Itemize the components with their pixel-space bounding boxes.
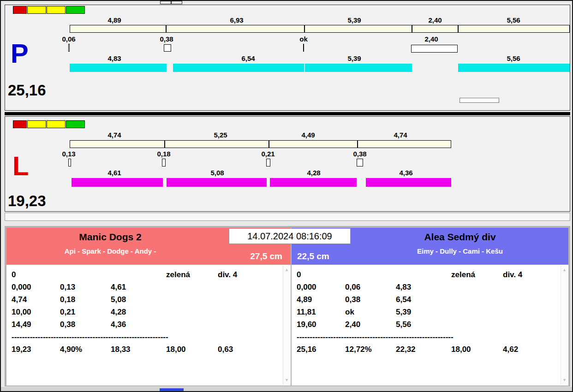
timestamp: 14.07.2024 08:16:09: [229, 228, 351, 244]
penalty-cell: 0: [297, 268, 345, 281]
dog-run-bar: [270, 178, 357, 187]
changeover-time-label: 0,13: [62, 150, 75, 158]
penalty-cell: 0: [12, 268, 60, 281]
dog-run-bar: [72, 178, 163, 187]
changeover-marker: [266, 159, 270, 166]
scroll-up-icon[interactable]: ▲: [561, 268, 568, 272]
dog-time-label: 4,61: [107, 169, 121, 177]
scroll-down-icon[interactable]: ▼: [283, 378, 290, 382]
changeover-marker: [68, 44, 70, 52]
left-results-table: 0 zelená div. 4 0,000 0,13 4,61 4,74 0,1…: [12, 268, 237, 356]
dog-run-bar: [167, 178, 267, 187]
track-l-total-time: 19,23: [8, 193, 46, 208]
changeover-time-label: 2,40: [424, 35, 438, 43]
top-tab-left: [160, 1, 171, 4]
spare-indicator-box: [460, 98, 499, 103]
result-row: 0,000 0,06 4,83: [297, 281, 522, 293]
split-time-label: 2,40: [428, 16, 442, 24]
dog-time-label: 5,39: [347, 54, 361, 62]
changeover-marker: [68, 159, 71, 166]
status-light-red: [13, 120, 27, 128]
status-light-yellow-1: [27, 120, 46, 128]
right-team-name: Alea Sedmý div: [356, 232, 564, 243]
right-team-dogs: Eimy - Dully - Cami - Kešu: [356, 247, 564, 255]
track-l-panel: 4,74 5,25 4,49 4,74 0,13 0,18 0,21 0,38 …: [5, 116, 570, 212]
changeover-time-label: 0,18: [157, 150, 170, 158]
lane-label-l: L: [12, 153, 29, 179]
scroll-up-icon[interactable]: ▲: [283, 268, 290, 272]
split-time-label: 4,49: [301, 131, 315, 139]
changeover-marker: [411, 45, 458, 53]
split-time-label: 5,39: [347, 16, 361, 24]
dog-time-label: 6,54: [241, 54, 255, 62]
dog-time-label: 4,36: [399, 169, 412, 177]
split-time-label: 5,56: [507, 16, 520, 24]
division-cell: div. 4: [503, 268, 522, 281]
window-top-tabs: [160, 1, 182, 4]
split-time-label: 5,25: [214, 131, 227, 139]
dog-time-label: 4,28: [307, 169, 320, 177]
status-strip: [5, 213, 570, 221]
result-row: 19,60 2,40 5,56: [297, 318, 522, 331]
color-cell: zelená: [166, 268, 218, 281]
left-table-scrollbar[interactable]: ▲ ▼: [283, 266, 290, 385]
left-team-name: Manic Dogs 2: [6, 232, 214, 243]
app-window: 4,89 6,93 5,39 2,40 5,56 0,06 0,38 ok 2,…: [0, 0, 573, 392]
right-jump-height: 22,5 cm: [297, 251, 329, 261]
result-row: 10,00 0,21 4,28: [12, 306, 237, 318]
split-time-label: 4,74: [107, 131, 121, 139]
dog-run-bar: [458, 64, 570, 72]
scroll-down-icon[interactable]: ▼: [561, 378, 568, 382]
result-row: 4,89 0,38 6,54: [297, 293, 522, 306]
bar-tick: [357, 140, 358, 148]
status-light-green: [66, 6, 85, 14]
bar-tick: [458, 25, 459, 33]
changeover-time-label: 0,38: [160, 35, 173, 43]
dog-run-bar: [366, 178, 451, 187]
result-row: 14,49 0,38 4,36: [12, 318, 237, 331]
info-row: 0 zelená div. 4: [12, 268, 237, 281]
top-tab-right: [171, 1, 182, 4]
split-time-label: 4,89: [107, 16, 121, 24]
info-row: 0 zelená div. 4: [297, 268, 522, 281]
right-results-table: 0 zelená div. 4 0,000 0,06 4,83 4,89 0,3…: [297, 268, 522, 356]
total-time-bar: [70, 25, 570, 33]
bar-tick: [166, 25, 167, 33]
status-light-green: [66, 120, 85, 128]
status-light-yellow-2: [47, 6, 66, 14]
changeover-marker: [357, 159, 363, 166]
totals-row: 25,16 12,72% 22,32 18,00 4,62: [297, 343, 522, 356]
track-p-status-lights: [13, 6, 85, 14]
color-cell: zelená: [451, 268, 503, 281]
dog-time-label: 5,56: [507, 54, 520, 62]
result-row: 0,000 0,13 4,61: [12, 281, 237, 293]
division-cell: div. 4: [218, 268, 237, 281]
bar-tick: [412, 25, 412, 33]
result-row: 4,74 0,18 5,08: [12, 293, 237, 306]
left-team-dogs: Api - Spark - Dodge - Andy -: [6, 247, 214, 255]
bar-tick: [269, 140, 269, 148]
status-light-yellow-2: [47, 120, 66, 128]
track-p-panel: 4,89 6,93 5,39 2,40 5,56 0,06 0,38 ok 2,…: [5, 5, 570, 111]
bar-tick: [304, 25, 305, 33]
window-bottom-strip: [1, 387, 572, 392]
lane-label-p: P: [11, 40, 29, 67]
totals-row: 19,23 4,90% 18,33 18,00 0,63: [12, 343, 237, 356]
status-light-red: [13, 6, 27, 14]
bar-tick: [164, 140, 165, 148]
separator-row: ----------------------------------------…: [297, 331, 522, 343]
track-l-status-lights: [13, 120, 85, 128]
right-table-scrollbar[interactable]: ▲ ▼: [561, 266, 568, 385]
separator-row: ----------------------------------------…: [12, 331, 237, 343]
left-results-area[interactable]: 0 zelená div. 4 0,000 0,13 4,61 4,74 0,1…: [6, 265, 291, 386]
changeover-time-label: 0,06: [62, 35, 75, 43]
status-light-yellow-1: [27, 6, 46, 14]
dog-time-label: 5,08: [210, 169, 224, 177]
changeover-marker: [303, 44, 304, 52]
result-row: 11,81 ok 5,39: [297, 306, 522, 318]
split-time-label: 4,74: [394, 131, 407, 139]
track-p-total-time: 25,16: [8, 83, 46, 98]
right-results-area[interactable]: 0 zelená div. 4 0,000 0,06 4,83 4,89 0,3…: [292, 265, 568, 386]
left-jump-height: 27,5 cm: [250, 251, 282, 261]
total-time-bar: [70, 140, 451, 148]
